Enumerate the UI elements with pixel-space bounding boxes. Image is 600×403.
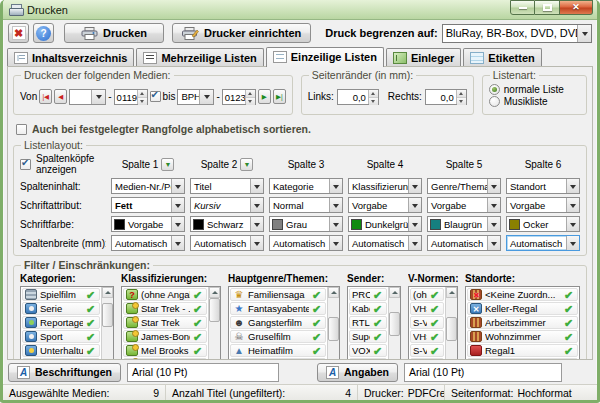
column-width-select-2[interactable]: Automatisch bbox=[190, 235, 264, 251]
scroll-up-icon[interactable] bbox=[389, 287, 400, 298]
list-item[interactable]: Regal1 bbox=[467, 344, 578, 357]
column-width-select-6[interactable]: Automatisch bbox=[506, 235, 580, 251]
column-content-select-3[interactable]: Kategorie bbox=[269, 178, 343, 194]
spinner-arrows-icon[interactable] bbox=[137, 90, 147, 104]
column-content-select-1[interactable]: Medien-Nr./Pos bbox=[111, 178, 185, 194]
scroll-up-icon[interactable] bbox=[328, 287, 339, 298]
list-item[interactable]: Sport bbox=[22, 330, 100, 343]
list-item[interactable]: Kabe... bbox=[349, 302, 387, 315]
help-button[interactable]: ? bbox=[33, 23, 54, 43]
from-number-spinner[interactable]: 0119 bbox=[114, 89, 148, 105]
list-item[interactable]: Spielfilm bbox=[22, 288, 100, 301]
nav-next-button[interactable]: ▶ bbox=[258, 89, 271, 104]
scroll-thumb[interactable] bbox=[389, 312, 400, 336]
column-content-select-6[interactable]: Standort bbox=[506, 178, 580, 194]
print-button[interactable]: Drucken bbox=[64, 23, 164, 43]
close-button[interactable]: ✕ bbox=[560, 0, 593, 15]
list-item[interactable]: ★Fantasyabente... bbox=[230, 302, 326, 315]
list-item[interactable]: ♛Familiensaga bbox=[230, 288, 326, 301]
scrollbar[interactable] bbox=[445, 287, 457, 360]
scroll-thumb[interactable] bbox=[209, 298, 220, 322]
tab-einzeilige-listen[interactable]: Einzeilige Listen bbox=[266, 47, 384, 67]
angaben-font-field[interactable]: Arial (10 Pt) bbox=[404, 363, 562, 382]
font-color-select-4[interactable]: Dunkelgrün bbox=[348, 216, 422, 232]
column-width-select-1[interactable]: Automatisch bbox=[111, 235, 185, 251]
radio-musikliste[interactable]: Musikliste bbox=[489, 96, 580, 107]
list-item[interactable]: PAL bbox=[410, 358, 444, 360]
to-media-select[interactable]: BPH bbox=[177, 89, 214, 105]
list-item[interactable]: ☠Gruselfilm bbox=[230, 330, 326, 343]
sort-direction-button[interactable]: ▼ bbox=[240, 158, 253, 171]
list-item[interactable]: ?(ohne Angabe) bbox=[123, 288, 207, 301]
nav-first-button[interactable]: |◀ bbox=[39, 89, 52, 104]
font-color-select-2[interactable]: Schwarz bbox=[190, 216, 264, 232]
font-attribute-select-1[interactable]: Fett bbox=[111, 197, 185, 213]
sort-direction-button[interactable]: ▼ bbox=[161, 158, 174, 171]
font-color-select-3[interactable]: Grau bbox=[269, 216, 343, 232]
from-media-select[interactable] bbox=[69, 89, 106, 105]
scroll-up-icon[interactable] bbox=[209, 287, 220, 298]
scroll-thumb[interactable] bbox=[102, 303, 113, 327]
titlebar[interactable]: Drucken ✕ bbox=[3, 0, 597, 20]
font-attribute-select-2[interactable]: Kursiv bbox=[190, 197, 264, 213]
beschriftungen-font-field[interactable]: Arial (10 Pt) bbox=[127, 363, 279, 382]
column-content-select-4[interactable]: Klassifizierung bbox=[348, 178, 422, 194]
list-item[interactable]: ✕Keller-Regal bbox=[467, 302, 578, 315]
minimize-button[interactable] bbox=[510, 0, 535, 15]
nav-last-button[interactable]: ▶| bbox=[273, 89, 286, 104]
scroll-up-icon[interactable] bbox=[446, 287, 457, 298]
column-width-select-5[interactable]: Automatisch bbox=[427, 235, 501, 251]
angaben-font-button[interactable]: AAngaben bbox=[317, 363, 398, 382]
list-item[interactable]: PRO 7 bbox=[349, 288, 387, 301]
scroll-thumb[interactable] bbox=[446, 317, 457, 341]
list-item[interactable]: (ohne) bbox=[410, 288, 444, 301]
list-item[interactable]: VHS ... bbox=[410, 330, 444, 343]
column-width-select-4[interactable]: Automatisch bbox=[348, 235, 422, 251]
font-attribute-select-3[interactable]: Normal bbox=[269, 197, 343, 213]
scrollbar[interactable] bbox=[388, 287, 400, 360]
list-item[interactable]: VHS bbox=[410, 302, 444, 315]
list-item[interactable]: <Keine Zuordn... bbox=[467, 288, 578, 301]
list-item[interactable]: Wohnzimmer bbox=[467, 330, 578, 343]
list-item[interactable]: Pink-Panthe... bbox=[123, 358, 207, 360]
spinner-arrows-icon[interactable] bbox=[368, 90, 378, 104]
list-item[interactable]: Mel Brooks ... bbox=[123, 344, 207, 357]
cancel-button[interactable]: ✖ bbox=[8, 23, 29, 43]
font-attribute-select-6[interactable]: Vorgabe bbox=[506, 197, 580, 213]
column-content-select-2[interactable]: Titel bbox=[190, 178, 264, 194]
font-color-select-1[interactable]: Vorgabe bbox=[111, 216, 185, 232]
list-item[interactable]: ▲Heimatfilm bbox=[230, 344, 326, 357]
list-item[interactable]: Arbeitszimmer bbox=[467, 316, 578, 329]
scrollbar[interactable] bbox=[101, 287, 113, 360]
scrollbar[interactable] bbox=[327, 287, 339, 360]
list-item[interactable]: Regal2 bbox=[467, 358, 578, 360]
tab-etiketten[interactable]: Etiketten bbox=[463, 48, 541, 66]
list-item[interactable]: S-VHS bbox=[410, 316, 444, 329]
column-width-select-3[interactable]: Automatisch bbox=[269, 235, 343, 251]
spinner-arrows-icon[interactable] bbox=[245, 90, 255, 104]
radio-normale-liste[interactable]: normale Liste bbox=[489, 84, 580, 95]
tab-mehrzeilige-listen[interactable]: Mehrzeilige Listen bbox=[136, 48, 263, 66]
beschriftungen-font-button[interactable]: ABeschriftungen bbox=[8, 363, 121, 382]
list-item[interactable]: Serie bbox=[22, 302, 100, 315]
list-item[interactable]: Kinder bbox=[22, 358, 100, 360]
list-item[interactable]: S-V... bbox=[410, 344, 444, 357]
font-color-select-6[interactable]: Ocker bbox=[506, 216, 580, 232]
font-attribute-select-5[interactable]: Vorgabe bbox=[427, 197, 501, 213]
list-item[interactable]: Reportage bbox=[22, 316, 100, 329]
list-item[interactable]: Supe... bbox=[349, 330, 387, 343]
list-item[interactable]: VOX bbox=[349, 344, 387, 357]
bis-checkbox[interactable] bbox=[150, 91, 161, 102]
list-item[interactable]: James-Bond... bbox=[123, 330, 207, 343]
scroll-thumb[interactable] bbox=[328, 317, 339, 341]
list-item[interactable]: 3 SAT bbox=[349, 358, 387, 360]
scrollbar[interactable] bbox=[208, 287, 220, 360]
show-column-headers-option[interactable]: Spaltenköpfe anzeigen bbox=[20, 153, 106, 175]
printer-setup-button[interactable]: Drucker einrichten bbox=[172, 23, 311, 43]
nav-prev-button[interactable]: ◀ bbox=[54, 89, 67, 104]
show-column-headers-checkbox[interactable] bbox=[20, 159, 31, 170]
alphabetical-sort-option[interactable]: Auch bei festgelegter Rangfolge alphabet… bbox=[16, 121, 587, 137]
right-margin-spinner[interactable]: 0,0 bbox=[425, 89, 467, 105]
left-margin-spinner[interactable]: 0,0 bbox=[337, 89, 379, 105]
list-item[interactable]: ☻Gangsterfilm bbox=[230, 316, 326, 329]
